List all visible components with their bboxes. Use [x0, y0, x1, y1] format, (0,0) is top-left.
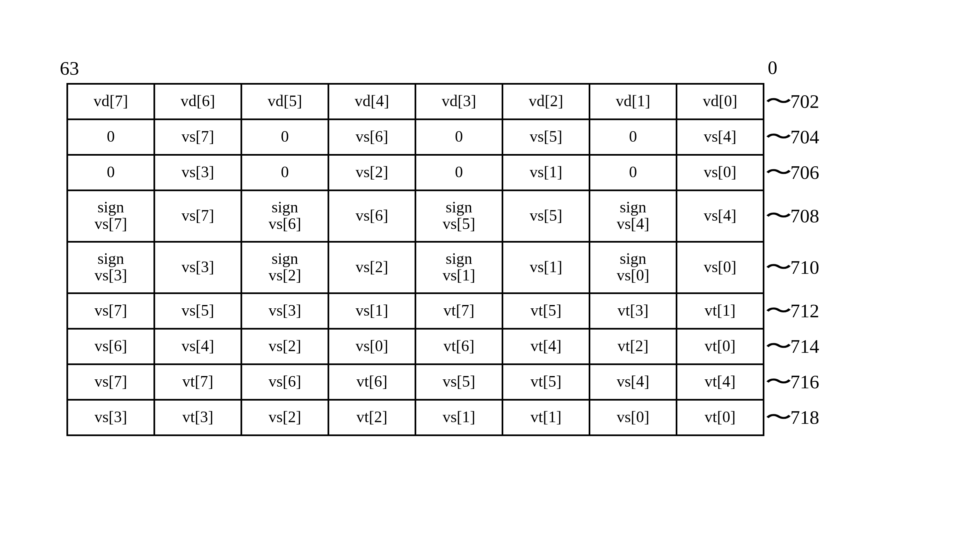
table-row: vs[3]vt[3]vs[2]vt[2]vs[1]vt[1]vs[0]vt[0]…	[67, 400, 840, 435]
register-cell: vs[2]	[329, 242, 415, 293]
register-cell: vd[0]	[677, 84, 764, 119]
register-cell: vs[5]	[503, 190, 590, 242]
register-cell: vd[1]	[590, 84, 677, 119]
register-cell: vt[6]	[329, 365, 415, 400]
register-cell: vs[4]	[154, 329, 242, 365]
register-cell: vs[7]	[154, 119, 242, 155]
table-row: vs[7]vs[5]vs[3]vs[1]vt[7]vt[5]vt[3]vt[1]…	[67, 293, 840, 329]
register-cell: 0	[242, 119, 329, 155]
table-row: 0vs[7]0vs[6]0vs[5]0vs[4]〜704	[67, 119, 840, 155]
register-cell: vs[3]	[67, 400, 154, 435]
row-ref-label: 〜702	[764, 84, 840, 119]
bit-index-msb: 63	[60, 57, 79, 79]
register-cell: 0	[67, 119, 154, 155]
row-ref-label: 〜704	[764, 119, 840, 155]
table-row: signvs[7]vs[7]signvs[6]vs[6]signvs[5]vs[…	[67, 190, 840, 242]
register-cell: signvs[0]	[590, 242, 677, 293]
table-row: vd[7]vd[6]vd[5]vd[4]vd[3]vd[2]vd[1]vd[0]…	[67, 84, 840, 119]
register-cell: vs[0]	[677, 155, 764, 190]
row-ref-label: 〜710	[764, 242, 840, 293]
register-cell: vd[5]	[242, 84, 329, 119]
register-cell: vs[7]	[67, 365, 154, 400]
row-ref-label: 〜706	[764, 155, 840, 190]
register-cell: signvs[7]	[67, 190, 154, 242]
register-cell: vd[2]	[503, 84, 590, 119]
register-cell: vs[1]	[503, 155, 590, 190]
register-cell: vt[0]	[677, 329, 764, 365]
register-cell: 0	[590, 155, 677, 190]
register-cell: vs[5]	[415, 365, 503, 400]
register-cell: vs[3]	[242, 293, 329, 329]
register-cell: vt[1]	[503, 400, 590, 435]
register-cell: vt[6]	[415, 329, 503, 365]
register-cell: vt[4]	[677, 365, 764, 400]
register-cell: signvs[3]	[67, 242, 154, 293]
register-cell: vs[7]	[154, 190, 242, 242]
register-cell: vs[2]	[242, 329, 329, 365]
register-cell: vs[6]	[67, 329, 154, 365]
row-ref-label: 〜718	[764, 400, 840, 435]
register-cell: vd[3]	[415, 84, 503, 119]
register-diagram: 63 0 vd[7]vd[6]vd[5]vd[4]vd[3]vd[2]vd[1]…	[67, 83, 844, 436]
register-cell: signvs[5]	[415, 190, 503, 242]
register-cell: 0	[415, 119, 503, 155]
register-cell: vs[5]	[503, 119, 590, 155]
register-cell: vs[0]	[677, 242, 764, 293]
register-cell: vs[1]	[503, 242, 590, 293]
register-cell: vs[1]	[415, 400, 503, 435]
register-cell: vs[2]	[329, 155, 415, 190]
register-cell: vs[7]	[67, 293, 154, 329]
table-row: signvs[3]vs[3]signvs[2]vs[2]signvs[1]vs[…	[67, 242, 840, 293]
bit-index-lsb: 0	[768, 56, 777, 79]
register-cell: signvs[2]	[242, 242, 329, 293]
register-cell: vs[5]	[154, 293, 242, 329]
register-cell: vs[6]	[242, 365, 329, 400]
register-cell: vt[4]	[503, 329, 590, 365]
register-cell: vt[7]	[415, 293, 503, 329]
row-ref-label: 〜714	[764, 329, 840, 365]
register-cell: 0	[415, 155, 503, 190]
register-cell: vt[7]	[154, 365, 242, 400]
register-cell: vs[1]	[329, 293, 415, 329]
register-cell: vt[0]	[677, 400, 764, 435]
register-cell: vt[3]	[154, 400, 242, 435]
register-table: vd[7]vd[6]vd[5]vd[4]vd[3]vd[2]vd[1]vd[0]…	[67, 83, 841, 436]
register-cell: signvs[1]	[415, 242, 503, 293]
register-cell: vs[6]	[329, 119, 415, 155]
table-row: 0vs[3]0vs[2]0vs[1]0vs[0]〜706	[67, 155, 840, 190]
table-row: vs[7]vt[7]vs[6]vt[6]vs[5]vt[5]vs[4]vt[4]…	[67, 365, 840, 400]
register-cell: vd[6]	[154, 84, 242, 119]
register-cell: signvs[6]	[242, 190, 329, 242]
row-ref-label: 〜708	[764, 190, 840, 242]
register-cell: vs[6]	[329, 190, 415, 242]
register-cell: vt[2]	[590, 329, 677, 365]
register-cell: vs[0]	[590, 400, 677, 435]
register-cell: vs[4]	[677, 119, 764, 155]
register-cell: vt[5]	[503, 293, 590, 329]
table-row: vs[6]vs[4]vs[2]vs[0]vt[6]vt[4]vt[2]vt[0]…	[67, 329, 840, 365]
register-cell: vs[3]	[154, 155, 242, 190]
register-cell: vd[7]	[67, 84, 154, 119]
register-cell: vt[5]	[503, 365, 590, 400]
register-cell: vs[2]	[242, 400, 329, 435]
register-cell: 0	[590, 119, 677, 155]
row-ref-label: 〜716	[764, 365, 840, 400]
register-cell: 0	[67, 155, 154, 190]
register-cell: vs[3]	[154, 242, 242, 293]
row-ref-label: 〜712	[764, 293, 840, 329]
register-cell: vs[4]	[677, 190, 764, 242]
register-cell: 0	[242, 155, 329, 190]
register-cell: vt[3]	[590, 293, 677, 329]
register-cell: vd[4]	[329, 84, 415, 119]
register-cell: vs[4]	[590, 365, 677, 400]
register-cell: vs[0]	[329, 329, 415, 365]
register-cell: vt[2]	[329, 400, 415, 435]
register-cell: signvs[4]	[590, 190, 677, 242]
register-cell: vt[1]	[677, 293, 764, 329]
